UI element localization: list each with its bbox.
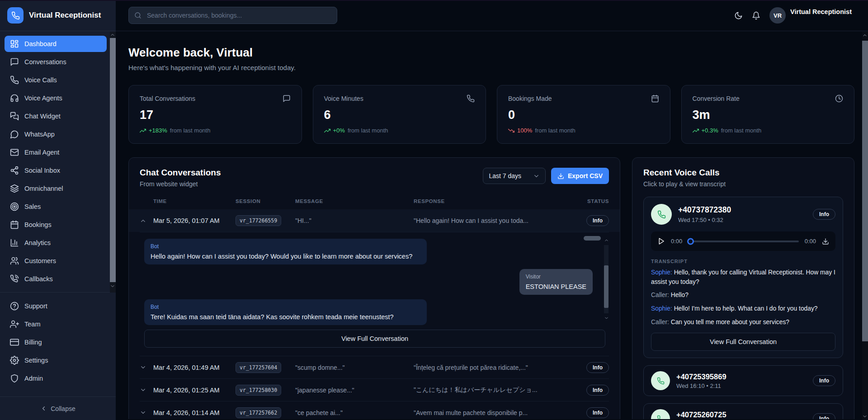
sidebar-item-social-inbox[interactable]: Social Inbox	[5, 162, 107, 179]
info-button[interactable]: Info	[586, 407, 609, 418]
conversations-title: Chat Conversations	[140, 168, 221, 178]
page-subtitle: Here's what's happening with your AI rec…	[128, 64, 854, 71]
stat-trend-value: +0%	[333, 127, 345, 134]
chat-scrollbar-thumb[interactable]	[604, 265, 609, 308]
page-scrollbar[interactable]	[862, 32, 868, 420]
sidebar-item-chat-widget[interactable]: Chat Widget	[5, 108, 107, 124]
sidebar-item-voice-calls[interactable]: Voice Calls	[5, 72, 107, 88]
download-recording-button[interactable]	[822, 238, 829, 245]
info-button[interactable]: Info	[813, 375, 835, 386]
sidebar-scrollbar[interactable]	[110, 32, 116, 293]
sidebar-item-support[interactable]: Support	[5, 298, 107, 314]
layers-icon	[10, 184, 19, 193]
user-menu[interactable]: VR Virtual Receptionist	[769, 7, 852, 24]
page-title: Welcome back, Virtual	[128, 46, 854, 60]
stat-label: Voice Minutes	[324, 95, 363, 102]
message-square-icon	[10, 57, 19, 66]
search-box[interactable]	[128, 7, 337, 24]
table-row[interactable]: Mar 4, 2026, 01:25 AMvr_177258030"japane…	[140, 378, 609, 401]
info-button[interactable]: Info	[813, 413, 835, 419]
chevron-left-icon	[40, 405, 47, 412]
trending-down-icon	[508, 127, 514, 134]
sidebar-nav: DashboardConversationsVoice CallsVoice A…	[0, 31, 116, 293]
sidebar-item-bookings[interactable]: Bookings	[5, 217, 107, 233]
export-csv-button[interactable]: Export CSV	[551, 168, 609, 184]
call-list-item[interactable]: +40725395869Wed 16:10 • 2:11Info	[643, 365, 843, 396]
date-range-select[interactable]: Last 7 days	[483, 168, 546, 184]
main-area: VR Virtual Receptionist Welcome back, Vi…	[116, 0, 868, 420]
sidebar-item-dashboard[interactable]: Dashboard	[5, 36, 107, 52]
view-full-conversation-button[interactable]: View Full Conversation	[651, 333, 835, 351]
credit-card-icon	[10, 338, 19, 347]
window-top-edge	[0, 0, 868, 1]
search-input[interactable]	[146, 11, 331, 19]
sidebar-item-settings[interactable]: Settings	[5, 352, 107, 368]
sidebar-item-team[interactable]: Team	[5, 316, 107, 332]
sidebar-item-conversations[interactable]: Conversations	[5, 54, 107, 70]
sidebar-item-whatsapp[interactable]: WhatsApp	[5, 126, 107, 142]
calendar-icon	[10, 220, 19, 229]
row-message: "japanesse please..."	[295, 387, 414, 394]
seek-slider[interactable]	[688, 241, 798, 242]
info-button[interactable]: Info	[586, 215, 609, 226]
chat-scrollbar-handle[interactable]	[584, 236, 601, 241]
voice-calls-subtitle: Click to play & view transcript	[643, 180, 843, 188]
sidebar-item-label: Dashboard	[24, 40, 57, 47]
seek-knob[interactable]	[687, 238, 694, 245]
stat-card-voice-minutes: Voice Minutes6+0%from last month	[313, 85, 486, 144]
sidebar-item-label: Team	[24, 321, 40, 328]
brand-logo	[7, 7, 24, 24]
table-row[interactable]: Mar 5, 2026, 01:07 AMvr_177266559"HI..."…	[140, 209, 609, 232]
call-number: +40737872380	[678, 205, 731, 215]
sidebar-scrollbar-thumb[interactable]	[110, 38, 116, 282]
stat-card-conversion-rate: Conversion Rate3m+0.3%from last month	[681, 85, 855, 144]
bot-message-bubble: BotTere! Kuidas ma saan teid täna aidata…	[144, 299, 427, 325]
call-list-item[interactable]: +40725260725Tue 12:39 • 0:47Info	[643, 403, 843, 419]
row-time: Mar 4, 2026, 01:49 AM	[153, 364, 236, 371]
phone-icon	[10, 76, 19, 85]
view-full-conversation-button[interactable]: View Full Conversation	[144, 330, 605, 348]
chevron-down-icon	[533, 173, 540, 179]
sidebar-item-label: Email Agent	[24, 149, 59, 156]
avatar[interactable]: VR	[769, 7, 786, 24]
users-icon	[10, 256, 19, 265]
info-button[interactable]: Info	[813, 209, 835, 220]
sidebar-item-voice-agents[interactable]: Voice Agents	[5, 90, 107, 106]
table-row[interactable]: Mar 4, 2026, 01:49 AMvr_177257604"scump …	[140, 356, 609, 378]
sidebar-item-analytics[interactable]: Analytics	[5, 235, 107, 251]
shield-icon	[10, 374, 19, 383]
collapse-button[interactable]: Collapse	[0, 396, 116, 420]
call-list: +40725395869Wed 16:10 • 2:11Info+4072526…	[643, 365, 843, 419]
sidebar-item-label: Settings	[24, 357, 48, 364]
sidebar-item-customers[interactable]: Customers	[5, 253, 107, 269]
dark-mode-toggle[interactable]	[734, 11, 743, 20]
sidebar-item-callbacks[interactable]: Callbacks	[5, 271, 107, 287]
recent-voice-calls-panel: Recent Voice Calls Click to play & view …	[632, 157, 854, 419]
bell-icon	[752, 11, 760, 20]
stat-value: 17	[140, 108, 291, 122]
table-row[interactable]: Mar 4, 2026, 01:14 AMvr_177257662"ce pac…	[140, 401, 609, 419]
sidebar-item-email-agent[interactable]: Email Agent	[5, 144, 107, 160]
info-button[interactable]: Info	[586, 385, 609, 396]
row-message: "HI..."	[295, 217, 414, 224]
featured-call-card[interactable]: +40737872380Wed 17:50 • 0:32Info0:000:00…	[643, 197, 843, 358]
notifications-button[interactable]	[752, 11, 760, 20]
chat-scrollbar[interactable]	[603, 238, 609, 321]
download-icon	[557, 173, 564, 179]
sidebar-item-label: Voice Agents	[24, 94, 62, 102]
sidebar-item-label: Customers	[24, 257, 56, 264]
row-time: Mar 4, 2026, 01:25 AM	[153, 387, 236, 394]
info-button[interactable]: Info	[586, 362, 609, 373]
sidebar-item-sales[interactable]: Sales	[5, 198, 107, 215]
bubble-sender: Bot	[151, 243, 420, 250]
stat-label: Conversion Rate	[693, 95, 740, 102]
play-button[interactable]	[657, 237, 665, 245]
sidebar-item-billing[interactable]: Billing	[5, 334, 107, 350]
sidebar-item-omnichannel[interactable]: Omnichannel	[5, 180, 107, 197]
topbar-right: VR Virtual Receptionist	[734, 7, 852, 24]
page-scrollbar-thumb[interactable]	[862, 41, 868, 341]
phone-icon	[11, 11, 20, 20]
sidebar-item-admin[interactable]: Admin	[5, 370, 107, 387]
player-current-time: 0:00	[671, 238, 682, 245]
sidebar-item-label: Conversations	[24, 58, 66, 66]
